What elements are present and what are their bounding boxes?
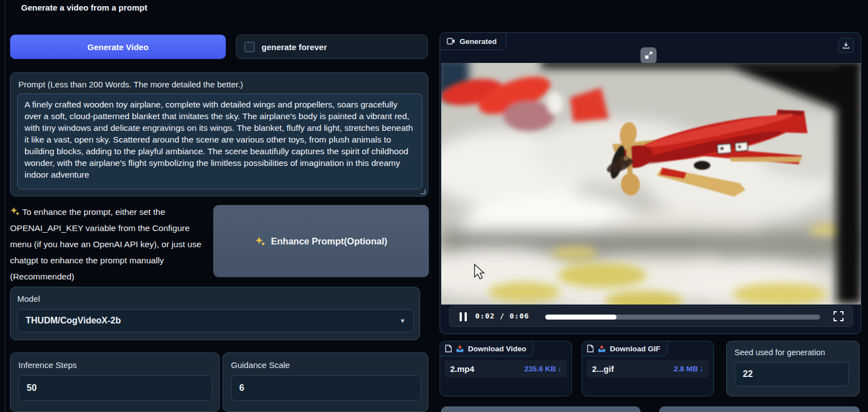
prompt-panel: Prompt (Less than 200 Words. The more de… [10, 72, 428, 197]
seed-panel: Seed used for generation 22 [726, 341, 860, 396]
file-icon [445, 345, 452, 352]
shrink-view-button[interactable] [640, 47, 657, 63]
down-arrow-icon: ↓ [558, 365, 561, 373]
video-camera-icon [447, 38, 455, 45]
guidance-scale-panel: Guidance Scale 6 [223, 352, 428, 412]
seed-label: Seed used for generation [734, 348, 851, 357]
download-video-file-row[interactable]: 2.mp4 235.6 KB ↓ [445, 360, 567, 377]
video-time: 0:02 / 0:06 [475, 312, 529, 320]
gif-filename: 2...gif [592, 364, 614, 374]
gif-download-link[interactable]: 2.8 MB ↓ [674, 365, 703, 373]
model-panel: Model THUDM/CogVideoX-2b ▼ [10, 287, 420, 340]
enhance-info-text: To enhance the prompt, either set the OP… [10, 204, 213, 285]
model-dropdown-value: THUDM/CogVideoX-2b [26, 316, 121, 326]
prompt-label: Prompt (Less than 200 Words. The more de… [18, 80, 421, 89]
cut-off-button-left[interactable] [441, 406, 640, 412]
duration: 0:06 [510, 312, 529, 320]
seed-input[interactable]: 22 [734, 362, 849, 386]
seek-bar[interactable] [545, 315, 820, 320]
guidance-scale-input[interactable]: 6 [231, 375, 421, 401]
inference-steps-input[interactable]: 50 [18, 375, 213, 401]
download-gif-file-row[interactable]: 2...gif 2.8 MB ↓ [586, 360, 709, 377]
video-controls-bar: 0:02 / 0:06 [449, 306, 853, 327]
video-filesize: 235.6 KB [524, 365, 556, 373]
inbox-tray-icon [598, 345, 606, 353]
generated-tab-label: Generated [460, 37, 497, 46]
prompt-textarea[interactable]: A finely crafted wooden toy airplane, co… [17, 94, 422, 189]
time-separator: / [500, 312, 505, 320]
generate-video-button[interactable]: Generate Video [10, 35, 226, 59]
enhance-prompt-button-label: Enhance Prompt(Optional) [271, 236, 387, 247]
file-icon [587, 345, 594, 352]
seek-bar-fill [545, 315, 617, 320]
video-still-toy-airplane [441, 63, 861, 305]
fullscreen-button[interactable] [834, 311, 844, 321]
generate-forever-label: generate forever [262, 42, 327, 52]
shrink-icon [644, 51, 653, 60]
textarea-resize-handle[interactable] [421, 189, 426, 194]
current-time: 0:02 [475, 312, 495, 320]
down-arrow-icon: ↓ [699, 365, 703, 373]
enhance-info-label: To enhance the prompt, either set the OP… [10, 207, 201, 281]
inference-steps-label: Inference Steps [18, 360, 211, 370]
video-filename: 2.mp4 [450, 364, 474, 374]
sparkles-icon [255, 236, 266, 247]
video-frame[interactable] [441, 63, 861, 305]
download-gif-panel: Download GIF 2...gif 2.8 MB ↓ [581, 341, 714, 396]
container-left-border [4, 0, 6, 412]
generated-tab[interactable]: Generated [440, 33, 506, 50]
guidance-scale-label: Guidance Scale [231, 360, 420, 370]
download-gif-tab-label: Download GIF [610, 345, 660, 353]
sparkles-icon [10, 207, 20, 216]
download-video-tab-label: Download Video [468, 345, 526, 353]
download-icon [842, 42, 850, 49]
pause-button[interactable] [460, 312, 467, 321]
enhance-prompt-button[interactable]: Enhance Prompt(Optional) [213, 205, 429, 277]
generated-video-player: Generated [440, 32, 861, 334]
inference-steps-panel: Inference Steps 50 [10, 352, 220, 412]
gif-filesize: 2.8 MB [674, 365, 698, 373]
inbox-tray-icon [456, 345, 464, 353]
download-gif-tab: Download GIF [582, 341, 668, 356]
download-video-panel: Download Video 2.mp4 235.6 KB ↓ [440, 341, 572, 396]
generate-video-button-label: Generate Video [87, 42, 149, 52]
generate-forever-checkbox[interactable] [244, 42, 255, 52]
generate-forever-group: generate forever [236, 35, 428, 59]
chevron-down-icon: ▼ [400, 317, 406, 324]
page-title: Generate a video from a prompt [21, 3, 147, 12]
video-download-button[interactable] [839, 38, 854, 53]
video-download-link[interactable]: 235.6 KB ↓ [524, 365, 561, 373]
fullscreen-icon [834, 311, 837, 315]
model-dropdown[interactable]: THUDM/CogVideoX-2b ▼ [17, 309, 414, 332]
model-label: Model [17, 294, 413, 303]
download-video-tab: Download Video [440, 341, 534, 356]
cut-off-button-right[interactable] [659, 406, 860, 412]
